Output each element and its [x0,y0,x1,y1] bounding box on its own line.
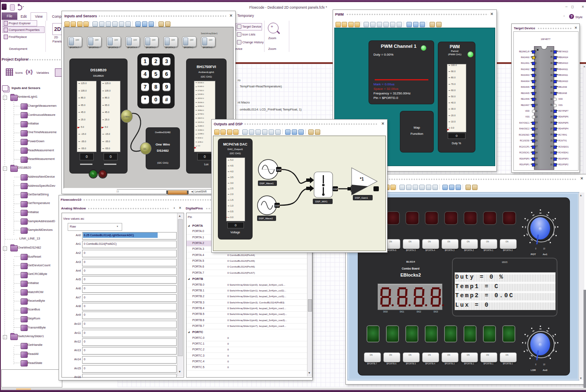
svg-text:DSP_MIX1: DSP_MIX1 [315,200,328,203]
svg-text:DSP: DSP [333,188,338,190]
svg-text:1-Wire: 1-Wire [123,115,130,118]
svg-text:DSP_Gain1: DSP_Gain1 [355,197,368,199]
svg-text:DSP_Wave2: DSP_Wave2 [259,217,273,220]
svg-text:DSP: DSP [277,169,282,171]
svg-text:I2C: I2C [143,148,146,150]
svg-text:DSP_Wave1: DSP_Wave1 [260,182,274,185]
svg-text:*1: *1 [360,177,364,181]
svg-text:DSP: DSP [275,204,280,207]
